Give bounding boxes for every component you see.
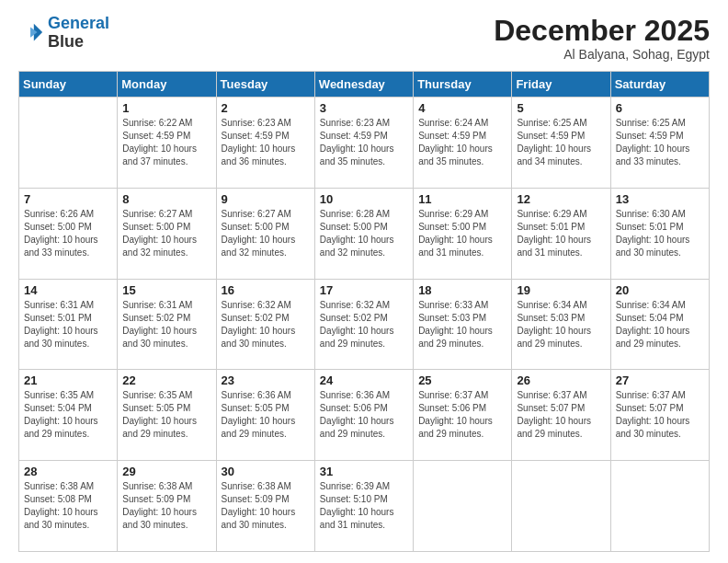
logo-text: General Blue — [48, 15, 109, 52]
day-info: Sunrise: 6:32 AMSunset: 5:02 PMDaylight:… — [222, 299, 310, 350]
day-info: Sunrise: 6:25 AMSunset: 4:59 PMDaylight:… — [517, 117, 605, 168]
day-number: 7 — [24, 192, 112, 206]
day-info: Sunrise: 6:34 AMSunset: 5:04 PMDaylight:… — [616, 299, 704, 350]
day-info: Sunrise: 6:24 AMSunset: 4:59 PMDaylight:… — [418, 117, 506, 168]
day-info: Sunrise: 6:37 AMSunset: 5:06 PMDaylight:… — [418, 389, 506, 441]
day-number: 18 — [418, 283, 506, 297]
calendar-cell: 26Sunrise: 6:37 AMSunset: 5:07 PMDayligh… — [512, 370, 610, 461]
calendar-cell: 13Sunrise: 6:30 AMSunset: 5:01 PMDayligh… — [610, 188, 709, 279]
calendar-cell: 10Sunrise: 6:28 AMSunset: 5:00 PMDayligh… — [314, 188, 413, 279]
day-number: 29 — [122, 465, 210, 478]
calendar-cell: 28Sunrise: 6:38 AMSunset: 5:08 PMDayligh… — [19, 461, 118, 552]
day-info: Sunrise: 6:34 AMSunset: 5:03 PMDaylight:… — [517, 299, 605, 350]
day-info: Sunrise: 6:29 AMSunset: 5:01 PMDaylight:… — [517, 208, 605, 259]
weekday-monday: Monday — [118, 72, 216, 98]
calendar-cell: 5Sunrise: 6:25 AMSunset: 4:59 PMDaylight… — [512, 98, 610, 189]
day-number: 22 — [122, 373, 210, 387]
calendar-cell: 15Sunrise: 6:31 AMSunset: 5:02 PMDayligh… — [118, 279, 216, 370]
location: Al Balyana, Sohag, Egypt — [494, 47, 710, 62]
day-info: Sunrise: 6:38 AMSunset: 5:09 PMDaylight:… — [122, 480, 210, 532]
logo-icon — [18, 20, 44, 46]
calendar-cell: 14Sunrise: 6:31 AMSunset: 5:01 PMDayligh… — [19, 279, 118, 370]
day-number: 21 — [24, 373, 112, 387]
week-row-1: 1Sunrise: 6:22 AMSunset: 4:59 PMDaylight… — [19, 98, 710, 189]
calendar-cell — [512, 461, 610, 552]
calendar-cell: 30Sunrise: 6:38 AMSunset: 5:09 PMDayligh… — [216, 461, 314, 552]
calendar-cell: 8Sunrise: 6:27 AMSunset: 5:00 PMDaylight… — [118, 188, 216, 279]
day-info: Sunrise: 6:38 AMSunset: 5:09 PMDaylight:… — [222, 480, 310, 532]
day-info: Sunrise: 6:35 AMSunset: 5:04 PMDaylight:… — [24, 389, 112, 441]
title-block: December 2025 Al Balyana, Sohag, Egypt — [494, 15, 710, 62]
day-info: Sunrise: 6:29 AMSunset: 5:00 PMDaylight:… — [418, 208, 506, 259]
day-number: 11 — [418, 192, 506, 206]
calendar-cell: 24Sunrise: 6:36 AMSunset: 5:06 PMDayligh… — [314, 370, 413, 461]
day-info: Sunrise: 6:31 AMSunset: 5:01 PMDaylight:… — [24, 299, 112, 350]
day-number: 15 — [122, 283, 210, 297]
week-row-3: 14Sunrise: 6:31 AMSunset: 5:01 PMDayligh… — [19, 279, 710, 370]
day-number: 8 — [122, 192, 210, 206]
calendar-cell: 27Sunrise: 6:37 AMSunset: 5:07 PMDayligh… — [610, 370, 709, 461]
day-number: 17 — [320, 283, 408, 297]
calendar-cell: 17Sunrise: 6:32 AMSunset: 5:02 PMDayligh… — [314, 279, 413, 370]
day-info: Sunrise: 6:32 AMSunset: 5:02 PMDaylight:… — [320, 299, 408, 350]
page: General Blue December 2025 Al Balyana, S… — [0, 0, 728, 563]
day-number: 10 — [320, 192, 408, 206]
day-info: Sunrise: 6:23 AMSunset: 4:59 PMDaylight:… — [320, 117, 408, 168]
day-info: Sunrise: 6:39 AMSunset: 5:10 PMDaylight:… — [320, 480, 408, 532]
weekday-saturday: Saturday — [610, 72, 709, 98]
day-number: 2 — [222, 101, 310, 115]
calendar-cell: 16Sunrise: 6:32 AMSunset: 5:02 PMDayligh… — [216, 279, 314, 370]
day-number: 4 — [418, 101, 506, 115]
week-row-5: 28Sunrise: 6:38 AMSunset: 5:08 PMDayligh… — [19, 461, 710, 552]
calendar-cell: 18Sunrise: 6:33 AMSunset: 5:03 PMDayligh… — [414, 279, 512, 370]
calendar-cell — [19, 98, 118, 189]
day-info: Sunrise: 6:25 AMSunset: 4:59 PMDaylight:… — [616, 117, 704, 168]
calendar-cell: 6Sunrise: 6:25 AMSunset: 4:59 PMDaylight… — [610, 98, 709, 189]
weekday-header-row: SundayMondayTuesdayWednesdayThursdayFrid… — [19, 72, 710, 98]
weekday-sunday: Sunday — [19, 72, 118, 98]
calendar-cell: 31Sunrise: 6:39 AMSunset: 5:10 PMDayligh… — [314, 461, 413, 552]
header: General Blue December 2025 Al Balyana, S… — [18, 15, 710, 62]
day-info: Sunrise: 6:28 AMSunset: 5:00 PMDaylight:… — [320, 208, 408, 259]
day-info: Sunrise: 6:38 AMSunset: 5:08 PMDaylight:… — [24, 480, 112, 532]
day-number: 19 — [517, 283, 605, 297]
weekday-wednesday: Wednesday — [314, 72, 413, 98]
calendar-cell: 29Sunrise: 6:38 AMSunset: 5:09 PMDayligh… — [118, 461, 216, 552]
day-number: 26 — [517, 373, 605, 387]
day-info: Sunrise: 6:23 AMSunset: 4:59 PMDaylight:… — [222, 117, 310, 168]
calendar-table: SundayMondayTuesdayWednesdayThursdayFrid… — [18, 71, 710, 552]
calendar-cell — [414, 461, 512, 552]
day-number: 31 — [320, 465, 408, 478]
day-info: Sunrise: 6:36 AMSunset: 5:06 PMDaylight:… — [320, 389, 408, 441]
calendar-cell: 2Sunrise: 6:23 AMSunset: 4:59 PMDaylight… — [216, 98, 314, 189]
weekday-friday: Friday — [512, 72, 610, 98]
calendar-cell: 19Sunrise: 6:34 AMSunset: 5:03 PMDayligh… — [512, 279, 610, 370]
day-info: Sunrise: 6:31 AMSunset: 5:02 PMDaylight:… — [122, 299, 210, 350]
day-number: 14 — [24, 283, 112, 297]
day-info: Sunrise: 6:26 AMSunset: 5:00 PMDaylight:… — [24, 208, 112, 259]
day-number: 6 — [616, 101, 704, 115]
day-number: 30 — [222, 465, 310, 478]
calendar-cell: 11Sunrise: 6:29 AMSunset: 5:00 PMDayligh… — [414, 188, 512, 279]
calendar-cell: 22Sunrise: 6:35 AMSunset: 5:05 PMDayligh… — [118, 370, 216, 461]
calendar-cell: 3Sunrise: 6:23 AMSunset: 4:59 PMDaylight… — [314, 98, 413, 189]
day-info: Sunrise: 6:33 AMSunset: 5:03 PMDaylight:… — [418, 299, 506, 350]
day-number: 23 — [222, 373, 310, 387]
day-number: 28 — [24, 465, 112, 478]
day-info: Sunrise: 6:37 AMSunset: 5:07 PMDaylight:… — [616, 389, 704, 441]
calendar-cell: 23Sunrise: 6:36 AMSunset: 5:05 PMDayligh… — [216, 370, 314, 461]
calendar-cell: 25Sunrise: 6:37 AMSunset: 5:06 PMDayligh… — [414, 370, 512, 461]
day-info: Sunrise: 6:30 AMSunset: 5:01 PMDaylight:… — [616, 208, 704, 259]
day-number: 16 — [222, 283, 310, 297]
calendar-cell: 12Sunrise: 6:29 AMSunset: 5:01 PMDayligh… — [512, 188, 610, 279]
day-number: 13 — [616, 192, 704, 206]
day-number: 24 — [320, 373, 408, 387]
calendar-cell: 1Sunrise: 6:22 AMSunset: 4:59 PMDaylight… — [118, 98, 216, 189]
calendar-cell — [610, 461, 709, 552]
day-number: 1 — [122, 101, 210, 115]
day-number: 25 — [418, 373, 506, 387]
day-number: 3 — [320, 101, 408, 115]
day-number: 27 — [616, 373, 704, 387]
logo: General Blue — [18, 15, 109, 52]
day-info: Sunrise: 6:37 AMSunset: 5:07 PMDaylight:… — [517, 389, 605, 441]
